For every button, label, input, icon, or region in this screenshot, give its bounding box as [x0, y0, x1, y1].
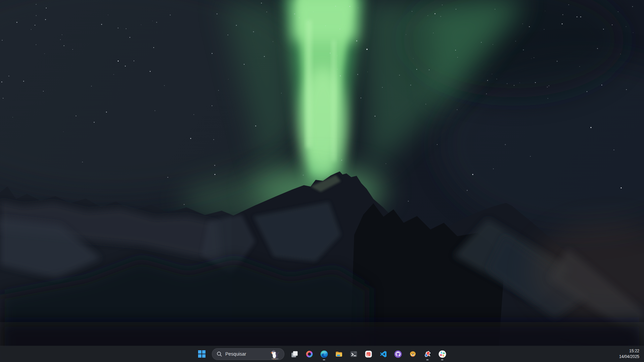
start-button[interactable] [195, 347, 209, 361]
terminal-icon [350, 350, 358, 358]
taskbar: Pesquisar [0, 346, 644, 362]
search-placeholder: Pesquisar [225, 351, 269, 357]
red-blue-star-icon [423, 350, 432, 358]
star-app-button[interactable] [421, 347, 434, 361]
task-view-button[interactable] [288, 347, 301, 361]
clock-time: 15:22 [629, 348, 639, 354]
vscode-button[interactable] [376, 347, 390, 361]
desktop-wallpaper [0, 0, 644, 362]
copilot-button[interactable] [303, 347, 316, 361]
search-box[interactable]: Pesquisar [212, 348, 284, 360]
clock-date: 14/04/2025 [619, 354, 639, 360]
edge-browser-button[interactable] [317, 347, 331, 361]
taskbar-clock[interactable]: 15:22 14/04/2025 [614, 346, 644, 362]
slack-icon [438, 350, 447, 358]
task-view-icon [290, 350, 299, 358]
windows-start-icon [198, 350, 205, 358]
red-square-app-icon [364, 350, 373, 358]
red-square-app-button[interactable] [362, 347, 375, 361]
github-desktop-button[interactable] [391, 347, 405, 361]
folder-icon [335, 350, 343, 358]
puffin-bird-icon [269, 350, 281, 360]
terminal-button[interactable] [347, 347, 360, 361]
slack-button[interactable] [435, 347, 449, 361]
file-explorer-button[interactable] [332, 347, 346, 361]
search-icon [216, 351, 223, 357]
dog-face-icon [409, 350, 417, 358]
github-octocat-icon [394, 350, 402, 358]
taskbar-center-group: Pesquisar [195, 346, 449, 362]
desktop: Pesquisar [0, 0, 644, 362]
vscode-icon [379, 350, 387, 358]
dog-app-button[interactable] [406, 347, 419, 361]
edge-browser-icon [320, 350, 328, 358]
aurora-mountain-scene [0, 0, 644, 362]
copilot-icon [305, 350, 314, 358]
